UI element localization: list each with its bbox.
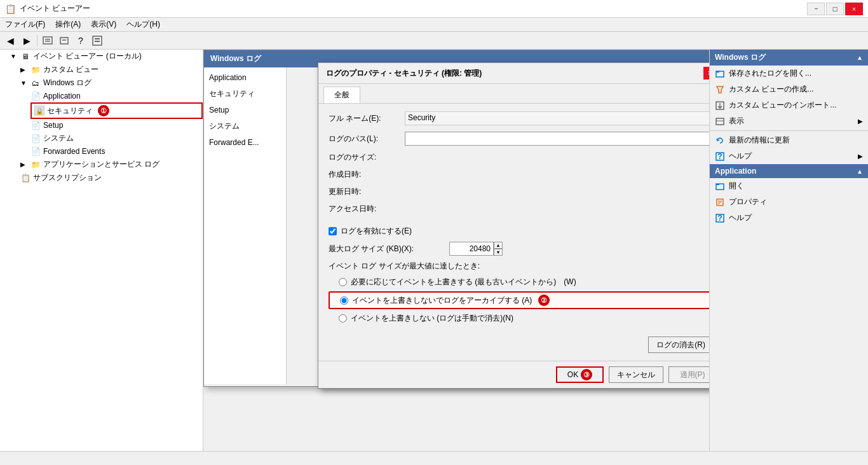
tree-system-label: システム	[43, 133, 74, 144]
wl-item-forwarded[interactable]: Forwarded E...	[204, 135, 286, 150]
svg-rect-0	[43, 37, 52, 44]
action-help-winlog[interactable]: ? ヘルプ ▶	[710, 148, 868, 164]
menu-actions[interactable]: 操作(A)	[50, 18, 86, 31]
inner-dialog-close[interactable]: ×	[703, 67, 709, 80]
title-bar: 📋 イベント ビューアー － □ ×	[0, 0, 868, 18]
wl-item-system[interactable]: システム	[204, 118, 286, 135]
right-panel: Windows ログ ▲ 保存されたログを開く... カスタム ビューの作成..…	[709, 50, 868, 465]
toolbar-btn1[interactable]	[40, 34, 55, 48]
action-properties[interactable]: プロパティ	[710, 194, 868, 210]
svg-rect-13	[716, 118, 724, 125]
enable-log-label: ログを有効にする(E)	[341, 226, 412, 237]
help-icon-app: ?	[715, 213, 725, 223]
tree-expand-winlog[interactable]: ▼	[20, 80, 28, 87]
wl-left-list: Application セキュリティ Setup システム Forwarded …	[204, 67, 287, 384]
app-icon: 📄	[31, 91, 41, 101]
close-button[interactable]: ×	[845, 3, 863, 15]
wl-item-security[interactable]: セキュリティ	[204, 85, 286, 102]
menu-view[interactable]: 表示(V)	[86, 18, 121, 31]
radio3[interactable]	[339, 314, 347, 323]
toolbar-forward[interactable]: ▶	[19, 34, 34, 48]
tree-expand-appsvcs[interactable]: ▶	[20, 161, 28, 168]
form-area: フル ネーム(E): Security ログのパス(L): %SystemRoo…	[318, 104, 709, 361]
logpath-label: ログのパス(L):	[329, 134, 405, 144]
folder-icon: 📁	[31, 65, 41, 75]
logpath-row: ログのパス(L): %SystemRoot%¥System32¥Winevt¥L…	[329, 132, 709, 146]
inner-dialog-title: ログのプロパティ - セキュリティ (権限: 管理)	[326, 68, 482, 79]
logsize-label: ログのサイズ:	[329, 152, 405, 163]
tree-expand-root[interactable]: ▼	[10, 53, 18, 60]
log-properties-dialog: ログのプロパティ - セキュリティ (権限: 管理) × 全般 フル ネーム(E…	[318, 62, 709, 389]
minimize-button[interactable]: －	[807, 3, 825, 15]
svg-rect-7	[95, 41, 100, 42]
tree-system[interactable]: 📄 システム	[0, 132, 203, 145]
cancel-button[interactable]: キャンセル	[609, 366, 663, 383]
radio1[interactable]	[339, 278, 347, 286]
ok-button[interactable]: OK ③	[556, 366, 604, 383]
logpath-input[interactable]: %SystemRoot%¥System32¥Winevt¥Logs¥Securi…	[405, 132, 709, 146]
tree-windows-log[interactable]: ▼ 🗂 Windows ログ	[0, 76, 203, 90]
tree-custom-view[interactable]: ▶ 📁 カスタム ビュー	[0, 63, 203, 76]
view-arrow: ▶	[858, 118, 863, 125]
tree-subs-label: サブスクリプション	[33, 172, 102, 183]
system-icon: 📄	[31, 134, 41, 144]
ok-badge: ③	[581, 369, 592, 380]
action-create-label: カスタム ビューの作成...	[729, 84, 813, 95]
menu-help[interactable]: ヘルプ(H)	[121, 18, 165, 31]
action-refresh[interactable]: 最新の情報に更新	[710, 132, 868, 148]
application-header-text: Application	[715, 167, 756, 176]
toolbar-back[interactable]: ◀	[3, 34, 18, 48]
application-header: Application ▲	[710, 164, 868, 178]
action-open-saved-log[interactable]: 保存されたログを開く...	[710, 66, 868, 81]
menu-file[interactable]: ファイル(F)	[0, 18, 50, 31]
wl-item-application[interactable]: Application	[204, 70, 286, 85]
ok-btn-group: OK ③	[556, 366, 604, 383]
title-bar-controls: － □ ×	[807, 3, 863, 15]
fullname-row: フル ネーム(E): Security	[329, 111, 709, 125]
tree-app-services[interactable]: ▶ 📁 アプリケーションとサービス ログ	[0, 158, 203, 171]
security-badge: ①	[98, 105, 109, 116]
action-help-app[interactable]: ? ヘルプ	[710, 210, 868, 226]
logsize-row: ログのサイズ:	[329, 152, 709, 163]
fullname-value: Security	[405, 111, 709, 125]
tree-root[interactable]: ▼ 🖥 イベント ビューアー (ローカル)	[0, 50, 203, 63]
folder-open-icon	[715, 69, 725, 79]
action-view-submenu[interactable]: 表示 ▶	[710, 113, 868, 129]
enable-log-row: ログを有効にする(E)	[329, 226, 709, 237]
clear-log-button[interactable]: ログの消去(R)	[648, 337, 709, 353]
spinner-up[interactable]: ▲	[494, 242, 503, 249]
toolbar-btn3[interactable]	[90, 34, 105, 48]
action-open-app[interactable]: 開く	[710, 178, 868, 194]
open-icon	[715, 181, 725, 191]
toolbar-btn2[interactable]	[57, 34, 72, 48]
subscriptions-icon: 📋	[20, 173, 31, 183]
toolbar-help[interactable]: ?	[73, 34, 88, 48]
tree-expand-custom[interactable]: ▶	[20, 66, 28, 73]
radio2-badge: ②	[538, 295, 550, 306]
action-open-label: 保存されたログを開く...	[729, 68, 811, 79]
tree-root-label: イベント ビューアー (ローカル)	[33, 51, 142, 62]
maxsize-input-group: ▲ ▼	[449, 242, 503, 256]
header-arrow-winlog: ▲	[857, 54, 863, 61]
updated-row: 更新日時:	[329, 186, 709, 197]
maximize-button[interactable]: □	[826, 3, 844, 15]
tree-subscriptions[interactable]: 📋 サブスクリプション	[0, 171, 203, 184]
action-create-custom-view[interactable]: カスタム ビューの作成...	[710, 81, 868, 97]
radio2[interactable]	[340, 296, 348, 305]
tree-application[interactable]: 📄 Application	[0, 90, 203, 102]
sep1	[710, 130, 868, 131]
setup-icon: 📄	[31, 120, 41, 130]
action-help-winlog-label: ヘルプ	[729, 151, 752, 162]
svg-text:?: ?	[717, 152, 722, 161]
spinner-down[interactable]: ▼	[494, 249, 503, 256]
action-import-custom-view[interactable]: カスタム ビューのインポート...	[710, 97, 868, 113]
tree-setup[interactable]: 📄 Setup	[0, 119, 203, 132]
maxsize-input[interactable]	[449, 242, 494, 256]
wl-item-setup[interactable]: Setup	[204, 102, 286, 118]
tree-forwarded[interactable]: 📄 Forwarded Events	[0, 145, 203, 158]
tab-general[interactable]: 全般	[323, 87, 360, 103]
tree-security[interactable]: 🔒 セキュリティ ①	[31, 102, 203, 119]
security-icon: 🔒	[34, 106, 44, 116]
enable-log-checkbox[interactable]	[329, 227, 337, 235]
apply-button[interactable]: 適用(P)	[668, 366, 709, 383]
